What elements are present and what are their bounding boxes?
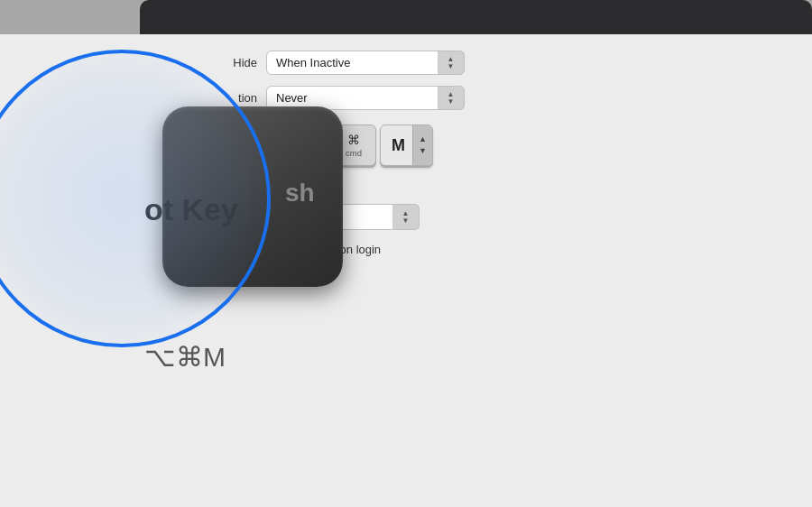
stepper-down-icon: ▼	[419, 145, 427, 157]
key-m-stepper[interactable]: ▲ ▼	[412, 125, 432, 165]
hide-row: Hide When Inactive Never Always ▲ ▼	[185, 51, 785, 75]
stepper-up-icon: ▲	[419, 134, 427, 145]
option2-label: tion	[185, 91, 257, 105]
cmd-symbol: ⌘	[347, 134, 360, 146]
key-sh-label: sh	[285, 179, 315, 207]
title-bar	[140, 0, 812, 34]
hide-select[interactable]: When Inactive Never Always	[266, 51, 465, 75]
hide-label: Hide	[185, 56, 257, 69]
hot-key-label: ot Key	[144, 192, 238, 227]
hide-select-wrapper: When Inactive Never Always ▲ ▼	[266, 51, 465, 75]
key-m-letter: M	[381, 136, 412, 155]
shortcut-symbols: ⌥⌘M	[144, 341, 226, 373]
cmd-name: cmd	[346, 148, 362, 158]
key-m-wrapper[interactable]: M ▲ ▼	[380, 124, 433, 166]
